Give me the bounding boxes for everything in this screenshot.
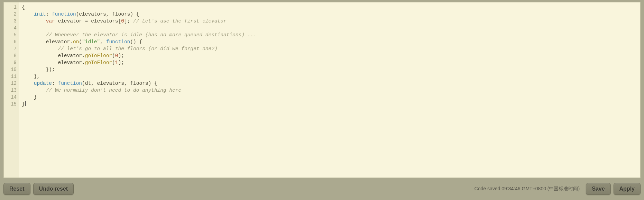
- code-line[interactable]: // let's go to all the floors (or did we…: [22, 45, 637, 52]
- line-number: 11: [4, 73, 19, 80]
- code-line[interactable]: elevator.goToFloor(1);: [22, 59, 637, 66]
- code-line[interactable]: update: function(dt, elevators, floors) …: [22, 80, 637, 87]
- code-line[interactable]: // Whenever the elevator is idle (has no…: [22, 31, 637, 38]
- code-line[interactable]: {: [22, 4, 637, 11]
- line-number: 8: [4, 52, 19, 59]
- code-line[interactable]: elevator.on("idle", function() {: [22, 38, 637, 45]
- toolbar: Reset Undo reset Code saved 09:34:46 GMT…: [3, 183, 641, 195]
- code-line[interactable]: }: [22, 94, 637, 101]
- code-editor[interactable]: 123456789101112131415 { init: function(e…: [3, 2, 641, 178]
- line-number: 10: [4, 66, 19, 73]
- undo-reset-button[interactable]: Undo reset: [33, 183, 74, 195]
- line-number: 3: [4, 18, 19, 25]
- line-number: 9: [4, 59, 19, 66]
- save-status-text: Code saved 09:34:46 GMT+0800 (中国标准时间): [475, 186, 580, 192]
- code-area[interactable]: { init: function(elevators, floors) { va…: [19, 2, 640, 178]
- line-number: 14: [4, 94, 19, 101]
- line-number: 5: [4, 31, 19, 38]
- save-button[interactable]: Save: [586, 183, 610, 195]
- apply-button[interactable]: Apply: [614, 183, 641, 195]
- code-line[interactable]: });: [22, 66, 637, 73]
- line-number: 13: [4, 87, 19, 94]
- line-number: 1: [4, 4, 19, 11]
- code-line[interactable]: }: [22, 101, 637, 108]
- line-number: 6: [4, 38, 19, 45]
- line-number: 12: [4, 80, 19, 87]
- line-number: 2: [4, 11, 19, 18]
- line-number: 15: [4, 101, 19, 108]
- code-line[interactable]: // We normally don't need to do anything…: [22, 87, 637, 94]
- code-line[interactable]: [22, 25, 637, 31]
- line-number: 4: [4, 25, 19, 31]
- line-number: 7: [4, 45, 19, 52]
- reset-button[interactable]: Reset: [3, 183, 30, 195]
- line-number-gutter: 123456789101112131415: [4, 2, 19, 178]
- text-cursor: [25, 101, 26, 106]
- code-line[interactable]: var elevator = elevators[0]; // Let's us…: [22, 18, 637, 25]
- code-line[interactable]: init: function(elevators, floors) {: [22, 11, 637, 18]
- code-line[interactable]: elevator.goToFloor(0);: [22, 52, 637, 59]
- code-line[interactable]: },: [22, 73, 637, 80]
